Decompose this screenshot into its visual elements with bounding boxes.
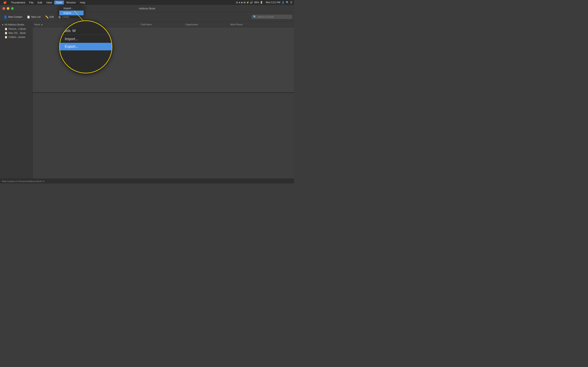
magnify-import-item[interactable]: Import... [60, 35, 112, 43]
sidebar-item-collected[interactable]: 📋 Collect...resses [0, 35, 33, 39]
user-icon: 👤 [282, 1, 285, 4]
magnify-menu-header: ools W [60, 27, 112, 34]
col-header-org[interactable]: Organization [185, 23, 230, 26]
window-controls [2, 7, 14, 10]
edit-button[interactable]: ✏️ Edit [43, 15, 56, 19]
main-layout: ▼ All Address Books 📋 Person...s Book 📋 … [0, 22, 294, 179]
magnify-tools-label: ools [64, 29, 71, 33]
new-contact-icon: 👤 [4, 15, 7, 18]
menubar-edit[interactable]: Edit [36, 1, 44, 4]
statusbar: Total contacts in Personal Address Book:… [0, 179, 294, 184]
menubar-thunderbird[interactable]: Thunderbird [9, 1, 27, 4]
menubar-right: ⊟ ● ◈ ⊞ ⚡ 🔊 86% 🔋 Mon 5:21 PM 👤 🔍 ☰ [236, 1, 292, 4]
col-header-phone[interactable]: Work Phone [230, 23, 292, 26]
close-button[interactable] [2, 7, 5, 10]
address-book-icon: 📋 [4, 27, 8, 30]
menubar-tools[interactable]: Tools [54, 1, 64, 4]
toolbar: 👤 New Contact 📋 New List ✏️ Edit 🗑 Delet… [0, 12, 294, 22]
magnify-window-label: W [72, 29, 76, 33]
tools-import-item[interactable]: Import... [60, 6, 84, 11]
magnify-container: ools W Import... Export... [59, 20, 112, 73]
tools-dropdown: Import... Export... [59, 5, 84, 16]
edit-label: Edit [50, 16, 54, 18]
sidebar: ▼ All Address Books 📋 Person...s Book 📋 … [0, 22, 33, 179]
sidebar-item-label: Collect...resses [9, 36, 25, 39]
status-text: Total contacts in Personal Address Book:… [2, 180, 44, 183]
bottom-pane [33, 93, 294, 179]
sidebar-item-macos[interactable]: 📋 Mac OS... Book [0, 31, 33, 35]
sidebar-item-label: Person...s Book [9, 27, 26, 30]
magnify-export-item[interactable]: Export... [60, 43, 112, 50]
search-icon: 🔍 [253, 15, 256, 18]
sidebar-all-address-books[interactable]: ▼ All Address Books [0, 22, 33, 27]
magnify-divider [60, 35, 112, 35]
menubar-view[interactable]: View [44, 1, 53, 4]
menubar-window[interactable]: Window [65, 1, 77, 4]
menubar: 🍎 Thunderbird File Edit View Tools Windo… [0, 0, 294, 5]
minimize-button[interactable] [7, 7, 9, 10]
new-list-icon: 📋 [27, 15, 30, 18]
edit-icon: ✏️ [45, 15, 49, 18]
sidebar-item-label: Mac OS... Book [9, 32, 26, 34]
search-icon[interactable]: 🔍 [286, 1, 289, 4]
apple-menu[interactable]: 🍎 [2, 1, 8, 4]
battery-indicator: 86% 🔋 [254, 1, 263, 4]
sidebar-item-personal[interactable]: 📋 Person...s Book [0, 27, 33, 31]
control-center-icon[interactable]: ☰ [290, 1, 292, 4]
new-list-button[interactable]: 📋 New List [25, 15, 43, 19]
chevron-down-icon: ▼ [2, 24, 4, 26]
maximize-button[interactable] [11, 7, 14, 10]
tools-export-item[interactable]: Export... [60, 11, 84, 15]
sidebar-section-label: All Address Books [4, 23, 24, 26]
new-contact-label: New Contact [8, 16, 22, 18]
window-title: Address Book [139, 7, 155, 10]
search-input[interactable] [258, 16, 291, 18]
address-book-icon: 📋 [4, 36, 8, 39]
clock: Mon 5:21 PM [266, 1, 280, 4]
magnify-content: ools W Import... Export... [60, 27, 112, 50]
menubar-icons: ⊟ ● ◈ ⊞ ⚡ 🔊 [236, 1, 253, 4]
new-list-label: New List [31, 16, 41, 18]
titlebar: Address Book [0, 5, 294, 12]
menubar-file[interactable]: File [27, 1, 35, 4]
sort-icon: ▲ [41, 23, 43, 26]
magnify-circle: ools W Import... Export... [59, 20, 112, 73]
menubar-help[interactable]: Help [78, 1, 87, 4]
col-header-chat[interactable]: Chat Name [140, 23, 185, 26]
search-bar[interactable]: 🔍 [251, 15, 292, 19]
new-contact-button[interactable]: 👤 New Contact [2, 15, 24, 19]
address-book-icon: 📋 [4, 32, 8, 34]
